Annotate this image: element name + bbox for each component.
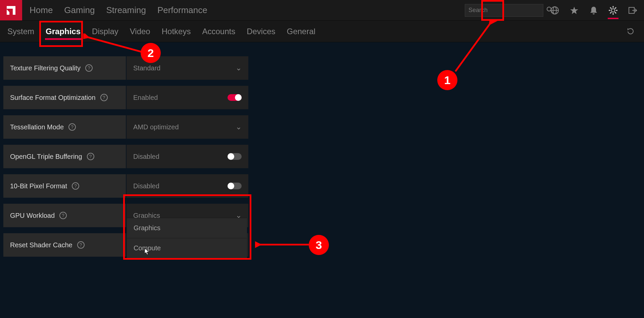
- toggle-switch[interactable]: [228, 94, 242, 101]
- toggle-value: Disabled: [133, 153, 159, 161]
- top-nav-gaming[interactable]: Gaming: [64, 0, 95, 20]
- top-nav-home[interactable]: Home: [30, 0, 53, 20]
- dropdown-option-compute[interactable]: Compute: [127, 238, 247, 258]
- tab-devices[interactable]: Devices: [246, 21, 276, 42]
- svg-point-5: [611, 9, 615, 12]
- toggle-switch[interactable]: [228, 183, 242, 189]
- toggle-value: Enabled: [133, 94, 158, 102]
- setting-label: 10-Bit Pixel Format ?: [3, 174, 126, 198]
- setting-label-text: GPU Workload: [10, 212, 55, 219]
- setting-label-text: 10-Bit Pixel Format: [10, 182, 67, 190]
- setting-label: GPU Workload ?: [3, 204, 126, 227]
- setting-opengl-triple-buffering: OpenGL Triple Buffering ? Disabled: [3, 145, 248, 168]
- amd-logo-icon: [5, 5, 17, 16]
- setting-tessellation: Tessellation Mode ? AMD optimized ⌄: [3, 115, 248, 139]
- search-input[interactable]: [468, 7, 546, 14]
- help-icon[interactable]: ?: [59, 212, 67, 219]
- star-icon[interactable]: [566, 2, 582, 18]
- top-nav: Home Gaming Streaming Performance: [22, 0, 465, 20]
- tab-display[interactable]: Display: [91, 21, 119, 42]
- svg-line-13: [610, 12, 611, 13]
- toggle-value: Disabled: [133, 182, 159, 190]
- help-icon[interactable]: ?: [85, 64, 93, 72]
- setting-value-toggle[interactable]: Disabled: [127, 174, 248, 198]
- setting-label: Reset Shader Cache ?: [3, 233, 126, 257]
- setting-label: OpenGL Triple Buffering ?: [3, 145, 126, 168]
- chevron-down-icon: ⌄: [236, 123, 242, 131]
- chevron-down-icon: ⌄: [236, 64, 242, 72]
- select-value: AMD optimized: [133, 123, 179, 131]
- svg-line-12: [615, 7, 616, 9]
- search-box[interactable]: [465, 4, 543, 17]
- setting-value-select[interactable]: AMD optimized ⌄: [127, 115, 248, 139]
- callout-3: 3: [309, 235, 329, 255]
- select-value: Standard: [133, 64, 160, 72]
- svg-line-11: [615, 12, 616, 13]
- arrow-3: [255, 241, 312, 248]
- web-icon[interactable]: [547, 2, 563, 18]
- setting-value-select[interactable]: Standard ⌄: [127, 56, 248, 80]
- setting-surface-format: Surface Format Optimization ? Enabled: [3, 86, 248, 109]
- setting-label-text: Texture Filtering Quality: [10, 64, 81, 72]
- toggle-switch[interactable]: [228, 153, 242, 160]
- help-icon[interactable]: ?: [100, 94, 108, 101]
- top-nav-streaming[interactable]: Streaming: [106, 0, 146, 20]
- setting-label: Tessellation Mode ?: [3, 115, 126, 139]
- setting-value-toggle[interactable]: Enabled: [127, 86, 248, 109]
- setting-label: Surface Format Optimization ?: [3, 86, 126, 109]
- setting-label-text: Tessellation Mode: [10, 123, 64, 131]
- dropdown-option-graphics[interactable]: Graphics: [127, 218, 247, 238]
- tab-accounts[interactable]: Accounts: [201, 21, 236, 42]
- setting-value-toggle[interactable]: Disabled: [127, 145, 248, 168]
- top-bar: Home Gaming Streaming Performance: [0, 0, 644, 21]
- setting-10bit-pixel: 10-Bit Pixel Format ? Disabled: [3, 174, 248, 198]
- gpu-workload-dropdown: Graphics Compute: [127, 218, 247, 258]
- tab-video[interactable]: Video: [129, 21, 151, 42]
- setting-label-text: OpenGL Triple Buffering: [10, 153, 82, 161]
- setting-label-text: Surface Format Optimization: [10, 94, 96, 102]
- sub-bar: System Graphics Display Video Hotkeys Ac…: [0, 21, 644, 42]
- setting-label-text: Reset Shader Cache: [10, 241, 72, 249]
- tab-general[interactable]: General: [286, 21, 316, 42]
- tab-graphics[interactable]: Graphics: [45, 21, 81, 42]
- exit-icon[interactable]: [625, 2, 641, 18]
- help-icon[interactable]: ?: [87, 153, 94, 160]
- reset-icon[interactable]: [624, 25, 637, 38]
- help-icon[interactable]: ?: [68, 123, 76, 131]
- setting-texture-filtering: Texture Filtering Quality ? Standard ⌄: [3, 56, 248, 80]
- gear-icon[interactable]: [605, 2, 621, 18]
- tab-hotkeys[interactable]: Hotkeys: [161, 21, 192, 42]
- help-icon[interactable]: ?: [77, 241, 85, 249]
- setting-label: Texture Filtering Quality ?: [3, 56, 126, 80]
- amd-logo: [0, 0, 22, 20]
- svg-line-10: [610, 7, 611, 9]
- bell-icon[interactable]: [586, 2, 602, 18]
- help-icon[interactable]: ?: [72, 182, 79, 190]
- tab-system[interactable]: System: [7, 21, 35, 42]
- callout-1: 1: [437, 70, 457, 90]
- top-nav-performance[interactable]: Performance: [157, 0, 207, 20]
- top-right: [465, 0, 644, 20]
